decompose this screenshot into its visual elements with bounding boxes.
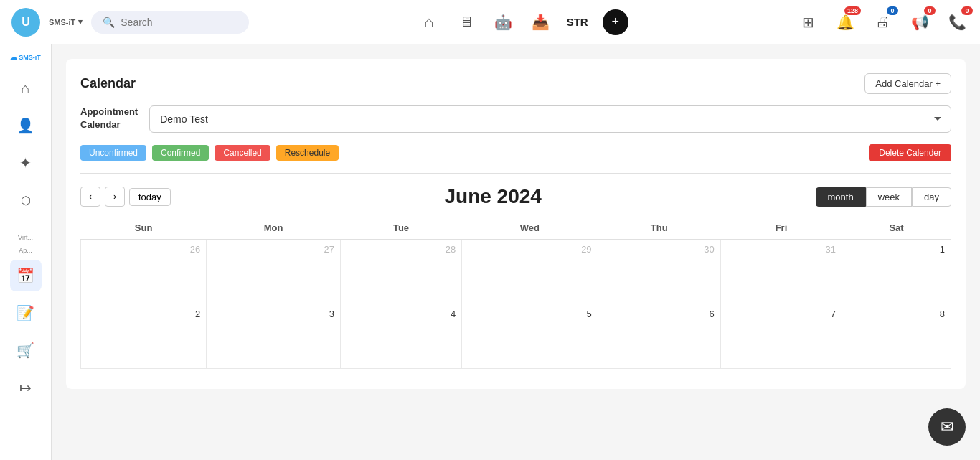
print-badge: 0 [887,6,898,15]
day-header-mon: Mon [207,217,341,240]
calendar-day-0-1[interactable]: 27 [207,240,341,304]
robot-nav-icon[interactable]: 🤖 [492,11,515,34]
day-number: 29 [468,244,591,255]
badge-unconfirmed: Unconfirmed [80,145,146,161]
sidebar-item-home[interactable]: ⌂ [10,72,42,104]
view-month-button[interactable]: month [816,187,866,207]
nav-right-icons: ⊞ 🔔 128 🖨 0 📢 0 📞 0 [796,11,969,34]
chat-icon: ✉ [941,418,953,436]
sidebar-logo: ☁ SMS-iT [10,53,41,61]
grid-icon[interactable]: ⊞ [796,11,819,34]
badge-reschedule: Reschedule [276,145,339,161]
notification-icon[interactable]: 🔔 128 [834,11,857,34]
sidebar-item-calendar[interactable]: 📅 [10,260,42,291]
main-layout: ☁ SMS-iT ⌂ 👤 ✦ ⬡ Virt... Ap... 📅 📝 🛒 ↦ C… [0,44,980,460]
main-content: Calendar Add Calendar + AppointmentCalen… [52,44,980,460]
avatar-initials: U [22,16,30,29]
day-number: 1 [848,244,945,255]
sidebar-item-notes[interactable]: 📝 [10,297,42,329]
calendar-select[interactable]: Demo Test [149,105,951,133]
announcement-badge: 0 [924,6,936,15]
day-header-wed: Wed [462,217,598,240]
day-number: 30 [604,244,715,255]
day-number: 3 [212,309,334,319]
calendar-day-0-3[interactable]: 29 [462,240,598,304]
calendar-day-0-4[interactable]: 30 [598,240,720,304]
search-input[interactable] [121,17,237,28]
day-number: 27 [212,244,334,255]
day-header-fri: Fri [720,217,842,240]
calendar-day-1-4[interactable]: 6 [598,304,720,369]
day-number: 6 [604,309,715,319]
calendar-day-1-1[interactable]: 3 [207,304,341,369]
day-number: 26 [87,244,200,255]
top-navigation: U SMS-iT ▾ 🔍 ⌂ 🖥 🤖 📥 STR + ⊞ 🔔 128 🖨 0 📢… [0,0,980,44]
calendar-header-row-days: Sun Mon Tue Wed Thu Fri Sat [81,217,951,240]
announcement-icon[interactable]: 📢 0 [908,11,931,34]
day-header-tue: Tue [340,217,461,240]
sidebar-label-virtual[interactable]: Virt... [4,234,47,241]
calendar-view-toggle: month week day [816,187,951,207]
view-day-button[interactable]: day [912,187,951,207]
calendar-day-0-6[interactable]: 1 [842,240,951,304]
calendar-panel-title: Calendar [80,76,136,91]
day-number: 8 [848,309,945,319]
phone-badge: 0 [961,6,973,15]
badge-cancelled: Cancelled [215,145,270,161]
day-number: 4 [347,309,456,319]
sidebar-label-appointment[interactable]: Ap... [4,247,47,254]
day-number: 28 [347,244,456,255]
phone-icon[interactable]: 📞 0 [946,11,969,34]
sidebar-item-export[interactable]: ↦ [10,372,42,403]
calendar-month-title: June 2024 [444,185,541,208]
day-header-thu: Thu [598,217,720,240]
badge-confirmed: Confirmed [152,145,209,161]
brand-name[interactable]: SMS-iT ▾ [49,17,83,27]
inbox-nav-icon[interactable]: 📥 [529,11,552,34]
view-week-button[interactable]: week [866,187,912,207]
day-header-sun: Sun [81,217,207,240]
home-nav-icon[interactable]: ⌂ [418,11,440,34]
calendar-week-0: 2627282930311 [81,240,951,304]
calendar-week-1: 2345678 [81,304,951,369]
print-icon[interactable]: 🖨 0 [871,11,894,34]
sidebar-item-network[interactable]: ✦ [10,147,42,179]
delete-calendar-button[interactable]: Delete Calender [869,144,951,161]
calendar-day-0-5[interactable]: 31 [720,240,842,304]
sidebar: ☁ SMS-iT ⌂ 👤 ✦ ⬡ Virt... Ap... 📅 📝 🛒 ↦ [0,44,52,460]
calendar-header-row: Calendar Add Calendar + [80,73,951,94]
sidebar-item-cart[interactable]: 🛒 [10,334,42,366]
sidebar-divider [11,225,40,225]
nav-center-icons: ⌂ 🖥 🤖 📥 STR + [418,9,628,35]
calendar-day-0-2[interactable]: 28 [340,240,461,304]
day-number: 7 [727,309,836,319]
appointment-section: AppointmentCalendar Demo Test [80,105,951,133]
calendar-navigation: ‹ › today [80,187,171,207]
add-button[interactable]: + [603,9,628,35]
today-button[interactable]: today [129,188,171,206]
sidebar-item-person[interactable]: 👤 [10,110,42,141]
next-month-button[interactable]: › [105,187,125,207]
calendar-view-header: ‹ › today June 2024 month week day [80,185,951,208]
notification-badge: 128 [844,6,861,15]
calendar-panel: Calendar Add Calendar + AppointmentCalen… [66,59,966,389]
calendar-day-1-3[interactable]: 5 [462,304,598,369]
add-calendar-button[interactable]: Add Calendar + [864,73,951,94]
calendar-day-1-2[interactable]: 4 [340,304,461,369]
calendar-day-1-6[interactable]: 8 [842,304,951,369]
day-number: 2 [87,309,200,319]
monitor-nav-icon[interactable]: 🖥 [455,11,478,34]
chat-widget[interactable]: ✉ [928,408,966,446]
appointment-label: AppointmentCalendar [80,105,138,131]
calendar-day-1-5[interactable]: 7 [720,304,842,369]
calendar-select-wrap: Demo Test [149,105,951,133]
calendar-day-0-0[interactable]: 26 [81,240,207,304]
calendar-day-1-0[interactable]: 2 [81,304,207,369]
brand-avatar: U [11,8,40,37]
sidebar-item-funnel[interactable]: ⬡ [10,184,42,216]
day-number: 31 [727,244,836,255]
day-number: 5 [468,309,591,319]
str-label: STR [567,16,588,28]
search-bar[interactable]: 🔍 [91,11,249,34]
prev-month-button[interactable]: ‹ [80,187,100,207]
